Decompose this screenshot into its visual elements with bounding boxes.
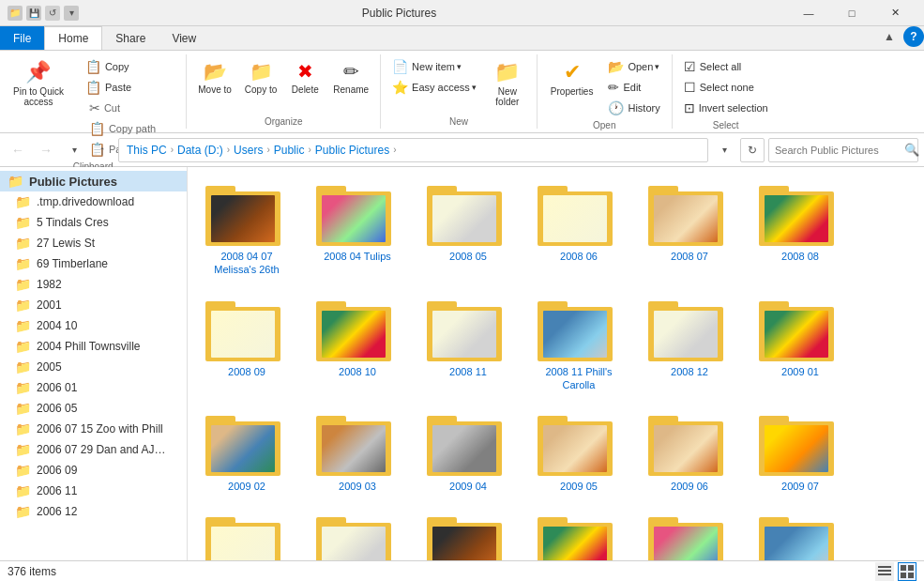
sidebar-item-2004phill[interactable]: 📁 2004 Phill Townsville — [0, 336, 187, 357]
folder-name: 2008 11 Phill'sCarolla — [545, 365, 612, 392]
copy-to-button[interactable]: 📁 Copy to — [239, 56, 282, 99]
sidebar-item-200601[interactable]: 📁 2006 01 — [0, 377, 187, 398]
properties-button[interactable]: ✔ Properties — [543, 56, 601, 100]
search-input[interactable] — [775, 145, 904, 156]
folder-item[interactable]: 2008 08 — [749, 175, 852, 283]
history-button[interactable]: 🕐 History — [602, 98, 665, 118]
folder-item[interactable]: 2008 09 — [195, 290, 298, 398]
breadcrumb-users[interactable]: Users — [234, 144, 263, 157]
search-box[interactable]: 🔍 — [768, 138, 918, 162]
select-all-button[interactable]: ☑ Select all — [678, 56, 774, 77]
folder-item[interactable]: 2009 xx3 — [417, 506, 520, 560]
refresh-button[interactable]: ↻ — [740, 138, 765, 162]
folder-item[interactable]: 2008 05 — [417, 175, 520, 283]
up-button[interactable]: ↑ — [90, 138, 114, 162]
easy-access-button[interactable]: ⭐ Easy access ▾ — [386, 77, 482, 98]
maximize-button[interactable]: □ — [830, 0, 873, 26]
ribbon-collapse-button[interactable]: ▲ — [879, 26, 900, 47]
rename-button[interactable]: ✏ Rename — [327, 56, 374, 99]
paste-button[interactable]: 📋 Paste — [80, 77, 180, 98]
folder-thumbnail — [759, 296, 841, 361]
sidebar-item-200609[interactable]: 📁 2006 09 — [0, 460, 187, 481]
open-button[interactable]: 📂 Open ▾ — [602, 56, 665, 77]
folder-item[interactable]: 2008 12 — [638, 290, 741, 398]
folder-back — [427, 307, 502, 361]
folder-item[interactable]: 2009 xx2 — [306, 506, 409, 560]
folder-item[interactable]: 2009 07 — [749, 405, 852, 498]
sidebar-item-200612[interactable]: 📁 2006 12 — [0, 501, 187, 522]
tab-view[interactable]: View — [159, 26, 209, 50]
delete-button[interactable]: ✖ Delete — [284, 56, 326, 99]
folder-photo — [654, 527, 718, 560]
sidebar-item-27lewis[interactable]: 📁 27 Lewis St — [0, 233, 187, 253]
copy-button[interactable]: 📋 Copy — [80, 56, 180, 77]
folder-item[interactable]: 2009 xx1 — [195, 506, 298, 560]
scissors-icon: ✂ — [89, 100, 100, 115]
folder-photo — [765, 195, 828, 242]
folder-item[interactable]: 2009 04 — [417, 405, 520, 498]
folder-name: 2008 11 — [449, 365, 487, 378]
folder-photo — [543, 311, 607, 358]
sidebar-item-2001[interactable]: 📁 2001 — [0, 295, 187, 315]
folder-icon: 📁 — [15, 359, 31, 375]
folder-item[interactable]: 2009 xx5 — [638, 506, 741, 560]
folder-item[interactable]: 2008 07 — [638, 175, 741, 283]
move-to-button[interactable]: 📂 Move to — [192, 56, 237, 99]
status-bar: 376 items — [0, 560, 924, 581]
folder-item[interactable]: 2009 01 — [749, 290, 852, 398]
svg-rect-4 — [908, 565, 914, 571]
back-button[interactable]: ← — [6, 138, 30, 162]
minimize-button[interactable]: — — [787, 0, 830, 26]
folder-item[interactable]: 2009 06 — [638, 405, 741, 498]
folder-thumbnail — [538, 180, 620, 246]
help-button[interactable]: ? — [903, 26, 924, 47]
breadcrumb-public[interactable]: Public — [274, 144, 305, 157]
tab-share[interactable]: Share — [102, 26, 159, 50]
sidebar-item-69timber[interactable]: 📁 69 Timberlane — [0, 253, 187, 274]
recent-locations-button[interactable]: ▾ — [62, 138, 86, 162]
select-none-button[interactable]: ☐ Select none — [678, 77, 774, 98]
photo-preview — [765, 527, 828, 560]
sidebar-item-5tindals[interactable]: 📁 5 Tindals Cres — [0, 212, 187, 233]
forward-button[interactable]: → — [34, 138, 58, 162]
sidebar-item-200611[interactable]: 📁 2006 11 — [0, 481, 187, 501]
folder-item[interactable]: 2009 02 — [195, 405, 298, 498]
address-dropdown-button[interactable]: ▾ — [712, 138, 736, 162]
pin-to-quick-access-button[interactable]: 📌 Pin to Quick access — [6, 56, 71, 111]
sidebar-item-tmp[interactable]: 📁 .tmp.drivedownload — [0, 191, 187, 212]
paste-icon: 📋 — [85, 80, 101, 95]
folder-item[interactable]: 2009 xx4 — [527, 506, 630, 560]
folder-item[interactable]: 2008 04 07Melissa's 26th — [195, 175, 298, 283]
breadcrumb-bar[interactable]: This PC › Data (D:) › Users › Public › P… — [118, 138, 708, 162]
sidebar-item-200410[interactable]: 📁 2004 10 — [0, 315, 187, 336]
folder-item[interactable]: 2009 05 — [527, 405, 630, 498]
folder-item[interactable]: 2008 11 Phill'sCarolla — [527, 290, 630, 398]
copy-icon: 📋 — [85, 59, 101, 74]
list-view-button[interactable] — [875, 562, 894, 581]
sidebar-item-1982[interactable]: 📁 1982 — [0, 274, 187, 295]
sidebar-item-20060729[interactable]: 📁 2006 07 29 Dan and AJ Engageme — [0, 439, 187, 460]
breadcrumb-data-d[interactable]: Data (D:) — [177, 144, 223, 157]
sidebar-item-200605[interactable]: 📁 2006 05 — [0, 398, 187, 419]
tab-home[interactable]: Home — [44, 26, 102, 50]
edit-button[interactable]: ✏ Edit — [602, 77, 665, 98]
sidebar-item-public-pictures[interactable]: 📁 Public Pictures — [0, 171, 187, 191]
tab-file[interactable]: File — [0, 26, 44, 50]
new-item-button[interactable]: 📄 New item ▾ — [386, 56, 482, 77]
folder-item[interactable]: 2008 10 — [306, 290, 409, 398]
sidebar-item-2005[interactable]: 📁 2005 — [0, 357, 187, 377]
cut-button[interactable]: ✂ Cut — [83, 98, 180, 118]
invert-selection-button[interactable]: ⊡ Invert selection — [678, 98, 774, 118]
breadcrumb-public-pictures[interactable]: Public Pictures — [315, 144, 389, 157]
folder-item[interactable]: 2008 06 — [527, 175, 630, 283]
close-button[interactable]: ✕ — [873, 0, 916, 26]
new-folder-button[interactable]: 📁 New folder — [484, 56, 531, 111]
folder-item[interactable]: 2008 04 Tulips — [306, 175, 409, 283]
sidebar-item-20060715[interactable]: 📁 2006 07 15 Zoo with Phill — [0, 419, 187, 439]
folder-item[interactable]: 2009 03 — [306, 405, 409, 498]
folder-item[interactable]: 2008 11 — [417, 290, 520, 398]
copy-path-button[interactable]: 📋 Copy path — [83, 118, 180, 139]
grid-view-button[interactable] — [898, 562, 916, 581]
breadcrumb-this-pc[interactable]: This PC — [127, 144, 167, 157]
folder-item[interactable]: 2009 xx6 — [749, 506, 852, 560]
